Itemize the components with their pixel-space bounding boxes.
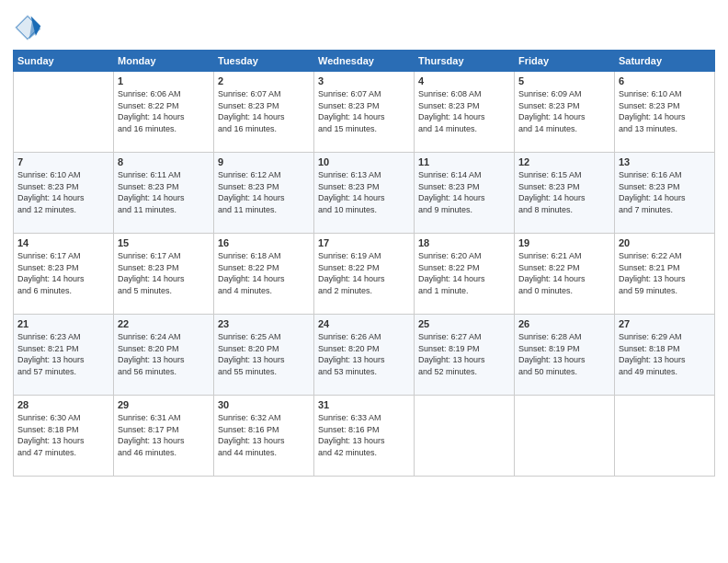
- logo: [13, 13, 46, 42]
- day-info: Sunrise: 6:28 AM Sunset: 8:19 PM Dayligh…: [518, 331, 610, 377]
- calendar-week-4: 21Sunrise: 6:23 AM Sunset: 8:21 PM Dayli…: [14, 315, 715, 396]
- calendar-week-1: 1Sunrise: 6:06 AM Sunset: 8:22 PM Daylig…: [14, 72, 715, 153]
- header: [13, 9, 715, 42]
- calendar-cell: [515, 396, 615, 477]
- weekday-header-friday: Friday: [515, 51, 615, 72]
- day-number: 22: [118, 318, 210, 329]
- day-number: 6: [619, 75, 711, 86]
- day-number: 1: [118, 75, 210, 86]
- day-info: Sunrise: 6:25 AM Sunset: 8:20 PM Dayligh…: [218, 331, 310, 377]
- day-info: Sunrise: 6:18 AM Sunset: 8:22 PM Dayligh…: [218, 250, 310, 296]
- calendar-cell: [14, 72, 114, 153]
- calendar-cell: 10Sunrise: 6:13 AM Sunset: 8:23 PM Dayli…: [314, 153, 415, 234]
- calendar-cell: 21Sunrise: 6:23 AM Sunset: 8:21 PM Dayli…: [14, 315, 114, 396]
- day-info: Sunrise: 6:10 AM Sunset: 8:23 PM Dayligh…: [17, 169, 109, 215]
- day-number: 4: [418, 75, 510, 86]
- calendar-cell: 19Sunrise: 6:21 AM Sunset: 8:22 PM Dayli…: [515, 234, 615, 315]
- day-number: 25: [418, 318, 510, 329]
- day-info: Sunrise: 6:15 AM Sunset: 8:23 PM Dayligh…: [518, 169, 610, 215]
- day-info: Sunrise: 6:09 AM Sunset: 8:23 PM Dayligh…: [518, 88, 610, 134]
- day-info: Sunrise: 6:14 AM Sunset: 8:23 PM Dayligh…: [418, 169, 510, 215]
- day-info: Sunrise: 6:17 AM Sunset: 8:23 PM Dayligh…: [17, 250, 109, 296]
- weekday-header-wednesday: Wednesday: [314, 51, 415, 72]
- weekday-header-row: SundayMondayTuesdayWednesdayThursdayFrid…: [14, 51, 715, 72]
- calendar-cell: 4Sunrise: 6:08 AM Sunset: 8:23 PM Daylig…: [415, 72, 515, 153]
- day-info: Sunrise: 6:19 AM Sunset: 8:22 PM Dayligh…: [318, 250, 410, 296]
- day-number: 10: [318, 156, 410, 167]
- day-info: Sunrise: 6:23 AM Sunset: 8:21 PM Dayligh…: [17, 331, 109, 377]
- calendar-cell: 13Sunrise: 6:16 AM Sunset: 8:23 PM Dayli…: [615, 153, 715, 234]
- weekday-header-monday: Monday: [114, 51, 214, 72]
- weekday-header-sunday: Sunday: [14, 51, 114, 72]
- calendar-cell: 26Sunrise: 6:28 AM Sunset: 8:19 PM Dayli…: [515, 315, 615, 396]
- day-number: 11: [418, 156, 510, 167]
- calendar-cell: 12Sunrise: 6:15 AM Sunset: 8:23 PM Dayli…: [515, 153, 615, 234]
- day-number: 28: [17, 399, 109, 410]
- day-number: 14: [17, 237, 109, 248]
- calendar-cell: [415, 396, 515, 477]
- calendar-cell: 14Sunrise: 6:17 AM Sunset: 8:23 PM Dayli…: [14, 234, 114, 315]
- day-info: Sunrise: 6:33 AM Sunset: 8:16 PM Dayligh…: [318, 412, 410, 458]
- day-info: Sunrise: 6:20 AM Sunset: 8:22 PM Dayligh…: [418, 250, 510, 296]
- calendar-table: SundayMondayTuesdayWednesdayThursdayFrid…: [13, 50, 715, 477]
- calendar-cell: 20Sunrise: 6:22 AM Sunset: 8:21 PM Dayli…: [615, 234, 715, 315]
- weekday-header-tuesday: Tuesday: [214, 51, 314, 72]
- day-info: Sunrise: 6:07 AM Sunset: 8:23 PM Dayligh…: [318, 88, 410, 134]
- day-number: 15: [118, 237, 210, 248]
- calendar-cell: 6Sunrise: 6:10 AM Sunset: 8:23 PM Daylig…: [615, 72, 715, 153]
- day-number: 17: [318, 237, 410, 248]
- calendar-cell: 27Sunrise: 6:29 AM Sunset: 8:18 PM Dayli…: [615, 315, 715, 396]
- day-number: 7: [17, 156, 109, 167]
- day-number: 8: [118, 156, 210, 167]
- calendar-cell: 7Sunrise: 6:10 AM Sunset: 8:23 PM Daylig…: [14, 153, 114, 234]
- calendar-cell: 11Sunrise: 6:14 AM Sunset: 8:23 PM Dayli…: [415, 153, 515, 234]
- calendar-cell: 23Sunrise: 6:25 AM Sunset: 8:20 PM Dayli…: [214, 315, 314, 396]
- calendar-cell: 18Sunrise: 6:20 AM Sunset: 8:22 PM Dayli…: [415, 234, 515, 315]
- calendar-cell: 5Sunrise: 6:09 AM Sunset: 8:23 PM Daylig…: [515, 72, 615, 153]
- day-info: Sunrise: 6:31 AM Sunset: 8:17 PM Dayligh…: [118, 412, 210, 458]
- day-info: Sunrise: 6:32 AM Sunset: 8:16 PM Dayligh…: [218, 412, 310, 458]
- calendar-cell: 31Sunrise: 6:33 AM Sunset: 8:16 PM Dayli…: [314, 396, 415, 477]
- day-number: 21: [17, 318, 109, 329]
- calendar-cell: 3Sunrise: 6:07 AM Sunset: 8:23 PM Daylig…: [314, 72, 415, 153]
- day-number: 30: [218, 399, 310, 410]
- day-number: 31: [318, 399, 410, 410]
- day-info: Sunrise: 6:08 AM Sunset: 8:23 PM Dayligh…: [418, 88, 510, 134]
- calendar-cell: 17Sunrise: 6:19 AM Sunset: 8:22 PM Dayli…: [314, 234, 415, 315]
- day-info: Sunrise: 6:07 AM Sunset: 8:23 PM Dayligh…: [218, 88, 310, 134]
- calendar-cell: [615, 396, 715, 477]
- calendar-cell: 9Sunrise: 6:12 AM Sunset: 8:23 PM Daylig…: [214, 153, 314, 234]
- calendar-cell: 1Sunrise: 6:06 AM Sunset: 8:22 PM Daylig…: [114, 72, 214, 153]
- weekday-header-thursday: Thursday: [415, 51, 515, 72]
- day-info: Sunrise: 6:13 AM Sunset: 8:23 PM Dayligh…: [318, 169, 410, 215]
- calendar-cell: 29Sunrise: 6:31 AM Sunset: 8:17 PM Dayli…: [114, 396, 214, 477]
- day-info: Sunrise: 6:29 AM Sunset: 8:18 PM Dayligh…: [619, 331, 711, 377]
- calendar-week-3: 14Sunrise: 6:17 AM Sunset: 8:23 PM Dayli…: [14, 234, 715, 315]
- weekday-header-saturday: Saturday: [615, 51, 715, 72]
- calendar-week-2: 7Sunrise: 6:10 AM Sunset: 8:23 PM Daylig…: [14, 153, 715, 234]
- day-number: 13: [619, 156, 711, 167]
- calendar-week-5: 28Sunrise: 6:30 AM Sunset: 8:18 PM Dayli…: [14, 396, 715, 477]
- day-number: 26: [518, 318, 610, 329]
- day-number: 18: [418, 237, 510, 248]
- day-info: Sunrise: 6:30 AM Sunset: 8:18 PM Dayligh…: [17, 412, 109, 458]
- day-number: 20: [619, 237, 711, 248]
- day-info: Sunrise: 6:26 AM Sunset: 8:20 PM Dayligh…: [318, 331, 410, 377]
- day-info: Sunrise: 6:24 AM Sunset: 8:20 PM Dayligh…: [118, 331, 210, 377]
- day-info: Sunrise: 6:16 AM Sunset: 8:23 PM Dayligh…: [619, 169, 711, 215]
- day-number: 24: [318, 318, 410, 329]
- day-info: Sunrise: 6:12 AM Sunset: 8:23 PM Dayligh…: [218, 169, 310, 215]
- calendar-cell: 16Sunrise: 6:18 AM Sunset: 8:22 PM Dayli…: [214, 234, 314, 315]
- calendar-cell: 22Sunrise: 6:24 AM Sunset: 8:20 PM Dayli…: [114, 315, 214, 396]
- day-number: 27: [619, 318, 711, 329]
- day-number: 23: [218, 318, 310, 329]
- day-info: Sunrise: 6:17 AM Sunset: 8:23 PM Dayligh…: [118, 250, 210, 296]
- day-number: 9: [218, 156, 310, 167]
- day-info: Sunrise: 6:11 AM Sunset: 8:23 PM Dayligh…: [118, 169, 210, 215]
- day-info: Sunrise: 6:10 AM Sunset: 8:23 PM Dayligh…: [619, 88, 711, 134]
- page: SundayMondayTuesdayWednesdayThursdayFrid…: [0, 0, 728, 563]
- calendar-cell: 25Sunrise: 6:27 AM Sunset: 8:19 PM Dayli…: [415, 315, 515, 396]
- day-number: 19: [518, 237, 610, 248]
- day-number: 3: [318, 75, 410, 86]
- calendar-cell: 24Sunrise: 6:26 AM Sunset: 8:20 PM Dayli…: [314, 315, 415, 396]
